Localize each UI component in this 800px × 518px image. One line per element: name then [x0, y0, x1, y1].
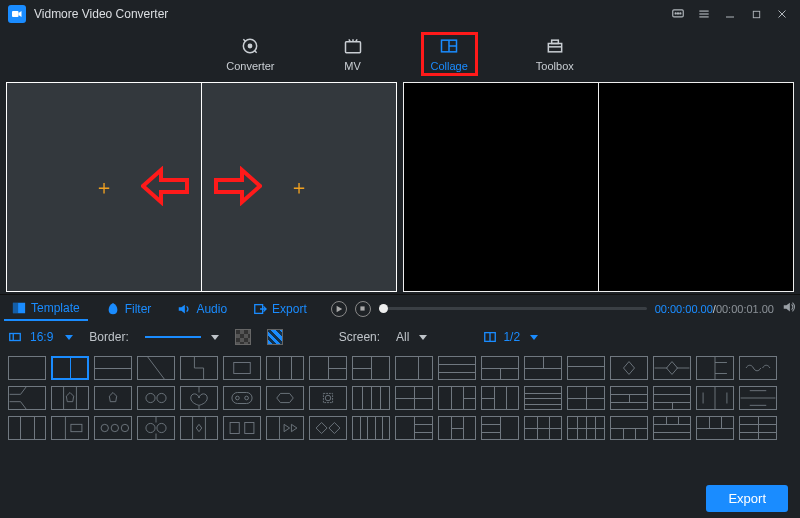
stop-button[interactable] — [355, 301, 371, 317]
volume-icon[interactable] — [782, 300, 796, 317]
template-thumb[interactable] — [51, 386, 89, 410]
template-thumb[interactable] — [352, 416, 390, 440]
svg-point-50 — [325, 395, 331, 401]
tab-template-label: Template — [31, 301, 80, 315]
template-thumb[interactable] — [137, 356, 175, 380]
template-thumb[interactable] — [352, 386, 390, 410]
feedback-icon[interactable] — [668, 4, 688, 24]
template-thumb[interactable] — [94, 386, 132, 410]
template-thumb[interactable] — [8, 356, 46, 380]
template-thumb[interactable] — [352, 356, 390, 380]
tab-audio-label: Audio — [196, 302, 227, 316]
template-thumb[interactable] — [524, 416, 562, 440]
template-thumb[interactable] — [567, 416, 605, 440]
add-media-icon[interactable]: ＋ — [289, 174, 309, 201]
export-button[interactable]: Export — [706, 485, 788, 512]
template-thumb[interactable] — [180, 416, 218, 440]
template-thumb[interactable] — [438, 356, 476, 380]
template-thumb[interactable] — [395, 386, 433, 410]
screen-dropdown[interactable]: All — [396, 330, 427, 344]
layout-dropdown[interactable]: 1/2 — [483, 330, 538, 344]
template-thumb[interactable] — [567, 386, 605, 410]
template-thumb[interactable] — [696, 416, 734, 440]
template-thumb[interactable] — [567, 356, 605, 380]
template-thumb[interactable] — [309, 416, 347, 440]
border-color-picker[interactable] — [235, 329, 251, 345]
template-thumb[interactable] — [8, 416, 46, 440]
progress-slider[interactable] — [379, 307, 647, 310]
template-thumb[interactable] — [610, 386, 648, 410]
template-thumb[interactable] — [653, 356, 691, 380]
template-thumb[interactable] — [696, 386, 734, 410]
nav-converter[interactable]: Converter — [216, 32, 284, 76]
template-thumb[interactable] — [481, 416, 519, 440]
svg-point-61 — [121, 424, 128, 431]
template-thumb[interactable] — [94, 356, 132, 380]
template-thumb[interactable] — [266, 386, 304, 410]
close-icon[interactable] — [772, 4, 792, 24]
template-thumb[interactable] — [610, 356, 648, 380]
template-thumb[interactable] — [51, 356, 89, 380]
template-thumb[interactable] — [739, 416, 777, 440]
template-thumb[interactable] — [395, 356, 433, 380]
template-thumb[interactable] — [309, 356, 347, 380]
template-thumb[interactable] — [223, 386, 261, 410]
tab-export[interactable]: Export — [245, 298, 315, 320]
border-style-dropdown[interactable] — [145, 335, 219, 340]
template-grid — [0, 352, 800, 448]
template-thumb[interactable] — [137, 416, 175, 440]
template-thumb[interactable] — [137, 386, 175, 410]
nav-toolbox-label: Toolbox — [536, 60, 574, 72]
mv-icon — [343, 36, 363, 56]
template-thumb[interactable] — [223, 416, 261, 440]
svg-point-63 — [157, 423, 166, 432]
svg-marker-73 — [329, 423, 340, 434]
template-thumb[interactable] — [739, 356, 777, 380]
template-thumb[interactable] — [51, 416, 89, 440]
maximize-icon[interactable] — [746, 4, 766, 24]
collage-canvas[interactable]: ＋ ＋ — [6, 82, 397, 292]
minimize-icon[interactable] — [720, 4, 740, 24]
nav-mv-label: MV — [344, 60, 361, 72]
template-thumb[interactable] — [180, 386, 218, 410]
play-button[interactable] — [331, 301, 347, 317]
template-thumb[interactable] — [438, 416, 476, 440]
template-thumb[interactable] — [266, 356, 304, 380]
nav-collage[interactable]: Collage — [421, 32, 478, 76]
collage-cell-right[interactable]: ＋ — [201, 83, 396, 291]
tab-filter-label: Filter — [125, 302, 152, 316]
template-thumb[interactable] — [223, 356, 261, 380]
nav-mv[interactable]: MV — [333, 32, 373, 76]
template-thumb[interactable] — [653, 416, 691, 440]
preview-pane — [403, 82, 794, 292]
tab-audio[interactable]: Audio — [169, 298, 235, 320]
collage-cell-left[interactable]: ＋ — [7, 83, 201, 291]
template-thumb[interactable] — [524, 356, 562, 380]
template-thumb[interactable] — [438, 386, 476, 410]
template-thumb[interactable] — [180, 356, 218, 380]
template-thumb[interactable] — [309, 386, 347, 410]
border-pattern-picker[interactable] — [267, 329, 283, 345]
template-thumb[interactable] — [481, 386, 519, 410]
svg-marker-33 — [667, 362, 678, 375]
template-thumb[interactable] — [524, 386, 562, 410]
template-thumb[interactable] — [395, 416, 433, 440]
svg-point-4 — [680, 13, 681, 14]
aspect-ratio-dropdown[interactable]: 16:9 — [8, 330, 73, 344]
collage-icon — [439, 36, 459, 56]
template-thumb[interactable] — [739, 386, 777, 410]
preview-cell — [598, 83, 793, 291]
tab-filter[interactable]: Filter — [98, 298, 160, 320]
template-thumb[interactable] — [94, 416, 132, 440]
template-thumb[interactable] — [481, 356, 519, 380]
template-thumb[interactable] — [696, 356, 734, 380]
template-thumb[interactable] — [653, 386, 691, 410]
add-media-icon[interactable]: ＋ — [94, 174, 114, 201]
nav-toolbox[interactable]: Toolbox — [526, 32, 584, 76]
tab-template[interactable]: Template — [4, 297, 88, 321]
svg-marker-38 — [66, 393, 73, 402]
template-thumb[interactable] — [610, 416, 648, 440]
menu-icon[interactable] — [694, 4, 714, 24]
template-thumb[interactable] — [8, 386, 46, 410]
template-thumb[interactable] — [266, 416, 304, 440]
